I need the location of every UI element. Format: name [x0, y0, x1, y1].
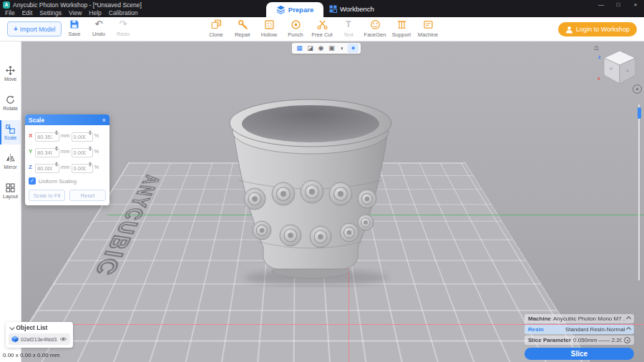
save-button[interactable]: Save [66, 19, 83, 37]
support-button[interactable]: Support [391, 19, 412, 38]
move-icon [6, 66, 15, 75]
y-axis-label: Y [29, 148, 34, 155]
object-list-header[interactable]: Object List [6, 322, 73, 333]
build-plate-view-icon[interactable]: ▦ [294, 44, 305, 53]
cube-x-axis-label: x [597, 76, 600, 81]
mm-unit-label: mm [61, 148, 70, 155]
sidebar-item-rotate[interactable]: Rotate [0, 91, 21, 115]
scale-label: Scale [4, 135, 17, 140]
z-mm-spinner[interactable] [55, 162, 58, 167]
hollow-button[interactable]: Hollow [258, 19, 280, 38]
xray-view-icon[interactable]: ◉ [316, 44, 326, 53]
menu-edit[interactable]: Edit [19, 9, 36, 17]
scale-row-x: X mm % [29, 129, 106, 142]
view-orientation-cube[interactable] [601, 49, 638, 86]
zoom-reset-button[interactable] [633, 84, 642, 94]
tools-group: Clone Repair Hollow [205, 19, 439, 38]
workbench-icon [329, 5, 337, 13]
reset-button[interactable]: Reset [69, 190, 106, 201]
login-button[interactable]: Login to Workshop [558, 22, 637, 36]
scale-icon [6, 124, 15, 134]
scale-dialog-header[interactable]: Scale × [25, 114, 109, 125]
punch-icon [291, 19, 301, 30]
model-flower-pot[interactable] [216, 97, 408, 290]
menu-help[interactable]: Help [85, 9, 104, 17]
sidebar-item-layout[interactable]: Layout [0, 179, 21, 203]
sidebar-item-mirror[interactable]: Mirror [0, 150, 21, 174]
y-mm-spinner[interactable] [55, 146, 58, 151]
z-pct-spinner[interactable] [89, 162, 92, 167]
support-label: Support [392, 31, 411, 38]
mirror-icon [6, 154, 15, 163]
facegen-button[interactable]: FaceGen [364, 19, 386, 38]
close-icon[interactable]: × [102, 117, 106, 124]
object-list-item[interactable]: 02af213e4fdd3... [9, 333, 70, 345]
punch-button[interactable]: Punch [285, 19, 306, 38]
maximize-button[interactable]: □ [610, 0, 627, 9]
pct-unit-label: % [94, 164, 99, 170]
y-pct-spinner[interactable] [89, 146, 92, 151]
layout-label: Layout [3, 194, 18, 199]
zoom-slider[interactable] [638, 104, 640, 280]
sidebar-item-scale[interactable]: Scale [0, 120, 21, 145]
x-mm-spinner[interactable] [55, 130, 58, 135]
x-axis-label: X [29, 132, 34, 139]
left-sidebar: Move Rotate Scale Mirror [0, 41, 21, 362]
mirror-label: Mirror [4, 165, 16, 170]
save-icon [69, 19, 79, 29]
checkbox-checked-icon: ✓ [29, 177, 36, 185]
visibility-eye-icon[interactable] [59, 336, 67, 342]
uniform-scaling-label: Uniform Scaling [39, 178, 77, 185]
chevron-down-icon [10, 325, 14, 329]
facegen-label: FaceGen [364, 31, 386, 38]
slice-button[interactable]: Slice [525, 348, 634, 360]
redo-icon: ↷ [119, 19, 127, 29]
window-title: Anycubic Photon Workshop - [*Unsaved Sce… [13, 1, 142, 9]
import-model-button[interactable]: + Import Model [7, 21, 62, 36]
home-view-icon[interactable]: ⌂ [594, 43, 599, 52]
undo-button[interactable]: ↶ Undo [90, 19, 107, 37]
text-button[interactable]: T Text [338, 19, 359, 38]
minimize-button[interactable]: — [592, 0, 610, 9]
clone-button[interactable]: Clone [205, 19, 227, 38]
solid-view-icon[interactable]: ◪ [305, 44, 316, 53]
mm-unit-label: mm [61, 132, 70, 139]
scale-row-y: Y mm % [29, 145, 106, 157]
layout-icon [6, 183, 15, 192]
repair-icon [238, 19, 248, 30]
menu-view[interactable]: View [65, 9, 85, 17]
repair-button[interactable]: Repair [232, 19, 253, 38]
scale-to-fit-button[interactable]: Scale to Fit [29, 190, 65, 201]
menu-settings[interactable]: Settings [36, 9, 65, 17]
free-cut-button[interactable]: Free Cut [311, 19, 333, 38]
resin-label: Resin [528, 326, 544, 333]
machine-value: Anycubic Photon Mono M7 ... [553, 315, 625, 322]
cross-section-view-icon[interactable]: ▣ [326, 44, 337, 53]
redo-button[interactable]: ↷ Redo [114, 19, 132, 37]
scissors-icon [317, 19, 328, 30]
resin-preview-icon[interactable]: ● [348, 44, 358, 53]
machine-label: Machine [528, 315, 551, 322]
uniform-scaling-checkbox[interactable]: ✓ Uniform Scaling [29, 177, 106, 185]
machine-button[interactable]: Machine [417, 19, 439, 38]
slice-parameter-selector[interactable]: Slice Parameter 0.050mm —— 2.200s [525, 336, 634, 345]
resin-selector[interactable]: Resin Standard Resin-Normal [525, 325, 634, 334]
repair-label: Repair [235, 31, 250, 38]
menu-file[interactable]: File [1, 9, 19, 17]
redo-label: Redo [117, 31, 130, 37]
menu-calibration[interactable]: Calibration [105, 9, 142, 17]
x-pct-spinner[interactable] [89, 130, 92, 135]
chevron-up-icon [626, 328, 630, 332]
model-cube-icon [11, 336, 19, 343]
hollow-label: Hollow [261, 31, 278, 38]
object-list-title: Object List [16, 324, 48, 331]
zoom-slider-handle[interactable] [638, 107, 641, 119]
half-transparent-view-icon[interactable]: ◐ [337, 44, 348, 53]
sidebar-item-move[interactable]: Move [0, 62, 21, 86]
login-label: Login to Workshop [576, 26, 630, 33]
machine-selector[interactable]: Machine Anycubic Photon Mono M7 ... [525, 314, 634, 323]
tab-prepare[interactable]: Prepare [266, 2, 323, 17]
anycubic-logo-icon: A [3, 1, 10, 9]
tab-workbench[interactable]: Workbench [329, 0, 374, 17]
close-button[interactable]: × [627, 0, 644, 9]
